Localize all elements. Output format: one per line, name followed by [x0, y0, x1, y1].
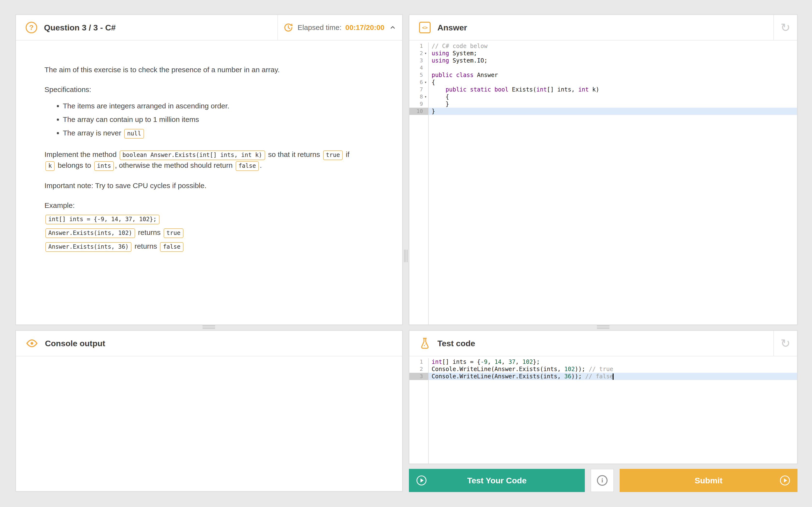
code-line[interactable]: }	[429, 101, 797, 108]
code-token: 102	[522, 358, 533, 365]
specification-item: The items are integers arranged in ascen…	[63, 101, 370, 111]
gutter-line[interactable]: 8▾	[409, 93, 428, 101]
inline-code-badge: true	[164, 228, 184, 238]
gutter-line[interactable]: 2▾	[409, 50, 428, 57]
test-gutter: 123	[409, 358, 429, 463]
fold-arrow-icon[interactable]: ▾	[423, 93, 428, 101]
gutter-line: 5	[409, 71, 428, 79]
test-code-title: Test code	[438, 339, 475, 348]
info-button[interactable]: i	[591, 469, 614, 492]
code-line[interactable]: using System.IO;	[429, 57, 797, 64]
gutter-line: 2	[409, 365, 428, 373]
code-line[interactable]: public static bool Exists(int[] ints, in…	[429, 86, 797, 93]
text-cursor	[613, 374, 614, 380]
gutter-line: 10	[409, 108, 428, 115]
console-title: Console output	[45, 339, 105, 348]
line-number: 4	[409, 64, 423, 71]
gutter-line: 3	[409, 373, 428, 380]
info-icon: i	[597, 475, 608, 486]
gutter-line[interactable]: 6▾	[409, 79, 428, 86]
inline-code-badge: Answer.Exists(ints, 36)	[45, 242, 132, 252]
code-icon: <>	[419, 22, 430, 33]
code-token: 14	[495, 358, 501, 365]
question-mark-icon: ?	[26, 22, 37, 33]
line-number: 1	[409, 358, 423, 365]
chevron-up-icon	[389, 24, 396, 31]
answer-code-editor[interactable]: 12▾3456▾78▾910 // C# code belowusing Sys…	[409, 41, 797, 325]
elapsed-timer-icon	[283, 22, 294, 33]
code-line[interactable]: Console.WriteLine(Answer.Exists(ints, 36…	[429, 373, 797, 380]
submit-label: Submit	[695, 476, 722, 485]
answer-title: Answer	[438, 23, 467, 32]
answer-gutter: 12▾3456▾78▾910	[409, 43, 429, 325]
right-row-splitter-handle[interactable]	[597, 326, 609, 329]
fold-arrow-icon[interactable]: ▾	[423, 79, 428, 86]
example-line: Answer.Exists(ints, 36) returns false	[45, 241, 370, 252]
line-number: 6	[409, 79, 423, 86]
line-number: 3	[409, 57, 423, 64]
code-token: -9	[480, 358, 488, 365]
code-line[interactable]	[429, 64, 797, 71]
answer-header-actions: ↻	[773, 15, 797, 40]
console-header: Console output	[16, 331, 402, 356]
test-code-editor[interactable]: 123 int[] ints = {-9, 14, 37, 102};Conso…	[409, 356, 797, 463]
gutter-line: 7	[409, 86, 428, 93]
gutter-line: 9	[409, 101, 428, 108]
submit-button[interactable]: Submit	[620, 469, 798, 492]
inline-code-badge: k	[45, 161, 55, 171]
line-number: 9	[409, 101, 423, 108]
code-line[interactable]: public class Answer	[429, 71, 797, 79]
line-number: 3	[409, 373, 423, 380]
implement-paragraph: Implement the method boolean Answer.Exis…	[45, 149, 358, 171]
reset-test-code-button[interactable]: ↻	[780, 338, 790, 349]
code-line[interactable]: {	[429, 93, 797, 101]
test-code-panel: Test code ↻ 123 int[] ints = {-9, 14, 37…	[409, 330, 798, 464]
collapse-timer-button[interactable]	[388, 24, 397, 32]
line-number: 1	[409, 43, 423, 50]
question-panel: ? Question 3 / 3 - C# Elapsed time: 00:1…	[15, 14, 403, 325]
left-row-splitter-handle[interactable]	[203, 326, 215, 329]
code-line[interactable]: // C# code below	[429, 43, 797, 50]
example-line: int[] ints = {-9, 14, 37, 102};	[45, 214, 370, 224]
specifications-list: The items are integers arranged in ascen…	[45, 101, 370, 138]
line-number: 5	[409, 71, 423, 79]
test-header-actions: ↻	[773, 331, 797, 356]
flask-icon	[419, 337, 430, 350]
example-line: Answer.Exists(ints, 102) returns true	[45, 228, 370, 238]
example-heading: Example:	[45, 201, 370, 211]
code-token: int	[536, 86, 547, 93]
code-token: // C# code below	[432, 43, 488, 50]
question-intro: The aim of this exercise is to check the…	[45, 65, 370, 75]
console-panel: Console output	[15, 330, 403, 492]
test-your-code-button[interactable]: Test Your Code	[409, 469, 585, 492]
code-token: 102	[564, 366, 575, 373]
submit-arrow-icon	[779, 475, 791, 486]
column-splitter-handle[interactable]	[404, 249, 407, 262]
answer-header: <> Answer ↻	[409, 15, 797, 41]
code-line[interactable]: using System;	[429, 50, 797, 57]
gutter-line: 1	[409, 358, 428, 365]
answer-code-lines[interactable]: // C# code belowusing System;using Syste…	[429, 43, 797, 325]
inline-code-badge: ints	[94, 161, 114, 171]
code-line[interactable]: Console.WriteLine(Answer.Exists(ints, 10…	[429, 365, 797, 373]
inline-code-badge: false	[236, 161, 259, 171]
fold-arrow-icon[interactable]: ▾	[423, 50, 428, 57]
eye-icon	[26, 337, 38, 350]
line-number: 2	[409, 365, 423, 373]
code-line[interactable]: }	[429, 108, 797, 115]
code-token: // false	[585, 373, 613, 380]
inline-code-badge: true	[323, 151, 343, 160]
elapsed-time-section: Elapsed time: 00:17/20:00	[277, 15, 402, 40]
specification-item: The array can contain up to 1 million it…	[63, 114, 370, 125]
code-line[interactable]: {	[429, 79, 797, 86]
code-token: public class	[432, 72, 473, 78]
reset-answer-button[interactable]: ↻	[780, 22, 790, 33]
code-token: 37	[508, 358, 515, 365]
line-number: 8	[409, 93, 423, 101]
inline-code-badge: Answer.Exists(ints, 102)	[45, 228, 135, 238]
code-line[interactable]: int[] ints = {-9, 14, 37, 102};	[429, 358, 797, 365]
console-output-area	[16, 356, 402, 491]
test-code-lines[interactable]: int[] ints = {-9, 14, 37, 102};Console.W…	[429, 358, 797, 463]
app-root: ? Question 3 / 3 - C# Elapsed time: 00:1…	[0, 0, 812, 507]
question-body: The aim of this exercise is to check the…	[16, 41, 402, 252]
